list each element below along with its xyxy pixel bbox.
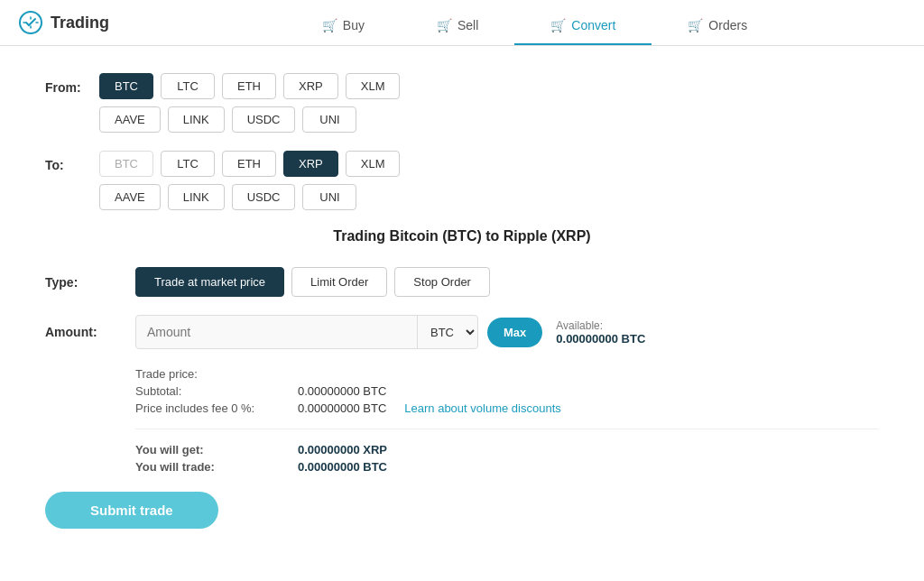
from-btn-ETH[interactable]: ETH [222, 73, 276, 99]
trade-price-key: Trade price: [135, 367, 298, 381]
from-btn-AAVE[interactable]: AAVE [99, 106, 161, 133]
type-btn-stop[interactable]: Stop Order [394, 267, 490, 297]
available-label: Available: [556, 319, 645, 332]
from-row-1: BTC LTC ETH XRP XLM [99, 73, 400, 99]
orders-icon: 🛒 [688, 18, 703, 32]
from-btn-XRP[interactable]: XRP [283, 73, 338, 99]
tab-convert[interactable]: 🛒 Convert [514, 9, 651, 45]
to-btn-XRP[interactable]: XRP [283, 151, 338, 177]
available-info: Available: 0.00000000 BTC [556, 319, 645, 346]
main-content: From: BTC LTC ETH XRP XLM AAVE LINK USDC… [0, 46, 924, 581]
amount-label: Amount: [45, 325, 135, 339]
nav-tabs: 🛒 Buy 🛒 Sell 🛒 Convert 🛒 Orders [163, 9, 906, 45]
to-label: To: [45, 151, 99, 172]
from-currency-grid: BTC LTC ETH XRP XLM AAVE LINK USDC UNI [99, 73, 400, 133]
from-btn-BTC[interactable]: BTC [99, 73, 153, 99]
to-row-1: BTC LTC ETH XRP XLM [99, 151, 400, 177]
trade-info-row-2: Price includes fee 0 %: 0.00000000 BTC L… [135, 401, 879, 415]
to-btn-LTC[interactable]: LTC [161, 151, 215, 177]
app-container: Trading 🛒 Buy 🛒 Sell 🛒 Convert 🛒 Orders [0, 0, 924, 581]
subtotal-key: Subtotal: [135, 384, 298, 398]
from-btn-LINK[interactable]: LINK [168, 106, 225, 133]
to-btn-XLM[interactable]: XLM [346, 151, 401, 177]
trade-info-row-3: You will get: 0.00000000 XRP [135, 443, 879, 456]
buy-icon: 🛒 [322, 18, 337, 32]
header: Trading 🛒 Buy 🛒 Sell 🛒 Convert 🛒 Orders [0, 0, 924, 46]
tab-sell[interactable]: 🛒 Sell [401, 9, 514, 45]
subtotal-value: 0.00000000 BTC [298, 384, 386, 398]
from-row-2: AAVE LINK USDC UNI [99, 106, 400, 133]
will-trade-key: You will trade: [135, 460, 298, 474]
to-btn-BTC[interactable]: BTC [99, 151, 153, 177]
type-section: Type: Trade at market price Limit Order … [45, 267, 879, 297]
submit-section: Submit trade [45, 492, 879, 529]
from-btn-UNI[interactable]: UNI [302, 106, 356, 133]
to-btn-ETH[interactable]: ETH [222, 151, 276, 177]
from-btn-LTC[interactable]: LTC [161, 73, 215, 99]
type-label: Type: [45, 275, 135, 290]
from-label: From: [45, 73, 99, 95]
amount-input[interactable] [136, 316, 417, 348]
amount-input-group: BTC LTC ETH [135, 315, 478, 349]
trade-info-row-1: Subtotal: 0.00000000 BTC [135, 384, 879, 398]
type-btn-market[interactable]: Trade at market price [135, 267, 284, 297]
trade-info-row-4: You will trade: 0.00000000 BTC [135, 460, 879, 474]
will-get-value: 0.00000000 XRP [298, 443, 387, 456]
to-btn-UNI[interactable]: UNI [302, 184, 356, 210]
max-button[interactable]: Max [487, 318, 542, 347]
to-currency-grid: BTC LTC ETH XRP XLM AAVE LINK USDC UNI [99, 151, 400, 210]
will-get-key: You will get: [135, 443, 298, 456]
to-row-2: AAVE LINK USDC UNI [99, 184, 400, 210]
sell-icon: 🛒 [437, 18, 452, 32]
to-btn-AAVE[interactable]: AAVE [99, 184, 161, 210]
from-btn-XLM[interactable]: XLM [346, 73, 401, 99]
amount-currency-select[interactable]: BTC LTC ETH [417, 316, 477, 348]
fee-value: 0.00000000 BTC [298, 401, 386, 415]
from-btn-USDC[interactable]: USDC [232, 106, 296, 133]
to-btn-LINK[interactable]: LINK [168, 184, 225, 210]
info-divider [135, 429, 879, 429]
will-trade-value: 0.00000000 BTC [298, 460, 387, 474]
tab-buy[interactable]: 🛒 Buy [286, 9, 401, 45]
from-section: From: BTC LTC ETH XRP XLM AAVE LINK USDC… [45, 73, 879, 133]
type-buttons: Trade at market price Limit Order Stop O… [135, 267, 490, 297]
logo: Trading [18, 10, 109, 44]
logo-icon [18, 10, 43, 35]
fee-key: Price includes fee 0 %: [135, 401, 298, 415]
tab-orders[interactable]: 🛒 Orders [651, 9, 783, 45]
app-title: Trading [51, 14, 109, 32]
submit-trade-button[interactable]: Submit trade [45, 492, 218, 529]
to-section: To: BTC LTC ETH XRP XLM AAVE LINK USDC U… [45, 151, 879, 210]
available-value: 0.00000000 BTC [556, 332, 645, 346]
type-btn-limit[interactable]: Limit Order [291, 267, 387, 297]
trade-info: Trade price: Subtotal: 0.00000000 BTC Pr… [135, 367, 879, 474]
to-btn-USDC[interactable]: USDC [232, 184, 296, 210]
convert-icon: 🛒 [550, 18, 566, 32]
volume-discounts-link[interactable]: Learn about volume discounts [404, 401, 560, 415]
trading-title: Trading Bitcoin (BTC) to Ripple (XRP) [45, 228, 879, 244]
trade-info-row-0: Trade price: [135, 367, 879, 381]
amount-section: Amount: BTC LTC ETH Max Available: 0.000… [45, 315, 879, 349]
